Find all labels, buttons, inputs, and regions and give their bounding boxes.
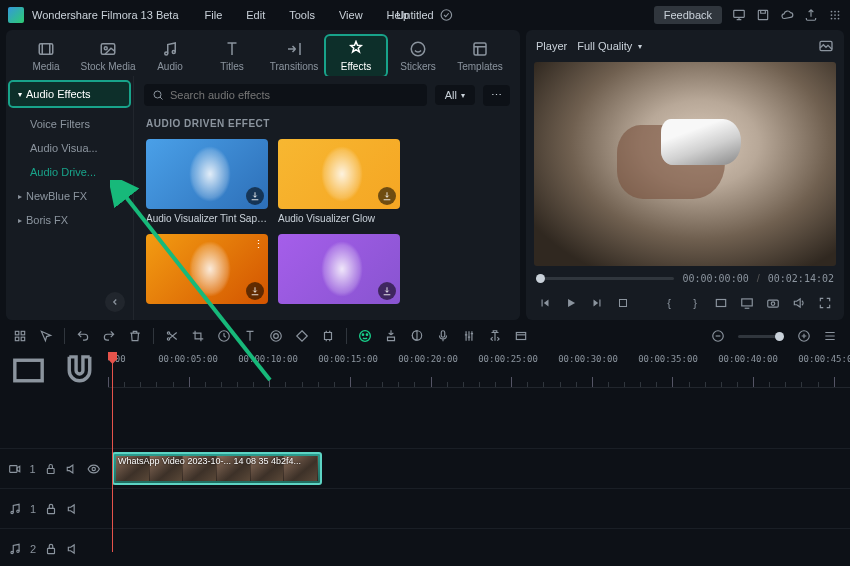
fullscreen-button[interactable] bbox=[816, 294, 834, 312]
mic-icon[interactable] bbox=[433, 326, 453, 346]
sidebar-item-boris-fx[interactable]: ▸Boris FX bbox=[10, 208, 129, 232]
tab-effects[interactable]: Effects bbox=[326, 36, 386, 76]
magnet-icon[interactable] bbox=[59, 350, 100, 391]
svg-point-48 bbox=[17, 510, 19, 512]
mute-icon[interactable] bbox=[66, 502, 80, 516]
sidebar-item-voice-filters[interactable]: Voice Filters bbox=[10, 112, 129, 136]
zoom-slider[interactable] bbox=[738, 335, 784, 338]
select-tool-icon[interactable] bbox=[10, 326, 30, 346]
stop-button[interactable] bbox=[614, 294, 632, 312]
mark-out-button[interactable]: } bbox=[686, 294, 704, 312]
scrub-slider[interactable] bbox=[536, 277, 674, 280]
audio-track-1-header[interactable]: 1 bbox=[0, 488, 108, 528]
menu-view[interactable]: View bbox=[329, 5, 373, 25]
text-tool-icon[interactable] bbox=[240, 326, 260, 346]
zoom-out-button[interactable] bbox=[708, 326, 728, 346]
export-icon[interactable] bbox=[804, 8, 818, 22]
download-icon[interactable] bbox=[378, 282, 396, 300]
card-more-icon[interactable]: ⋮ bbox=[253, 238, 264, 251]
lock-icon[interactable] bbox=[44, 542, 58, 556]
feedback-button[interactable]: Feedback bbox=[654, 6, 722, 24]
mark-in-button[interactable]: { bbox=[660, 294, 678, 312]
menu-file[interactable]: File bbox=[195, 5, 233, 25]
tab-media[interactable]: Media bbox=[16, 36, 76, 76]
lock-icon[interactable] bbox=[44, 502, 58, 516]
menu-tools[interactable]: Tools bbox=[279, 5, 325, 25]
download-icon[interactable] bbox=[246, 282, 264, 300]
effect-card[interactable]: Audio Visualizer Glow bbox=[278, 139, 400, 224]
ai-tool-icon[interactable] bbox=[355, 326, 375, 346]
tab-titles[interactable]: Titles bbox=[202, 36, 262, 76]
display-settings-button[interactable] bbox=[738, 294, 756, 312]
mute-icon[interactable] bbox=[66, 542, 80, 556]
more-options-button[interactable]: ⋯ bbox=[483, 85, 510, 106]
audio-track-1-lane[interactable] bbox=[108, 488, 850, 528]
undo-button[interactable] bbox=[73, 326, 93, 346]
render-icon[interactable] bbox=[511, 326, 531, 346]
apps-grid-icon[interactable] bbox=[828, 8, 842, 22]
audio-track-2-header[interactable]: 2 bbox=[0, 528, 108, 566]
effect-card[interactable]: ⋮ bbox=[146, 234, 268, 308]
preview-viewport[interactable] bbox=[534, 62, 836, 266]
svg-rect-21 bbox=[620, 300, 627, 307]
ruler-mark: 00:00:30:00 bbox=[558, 354, 618, 364]
video-track-lane[interactable]: WhatsApp Video 2023-10-... 14 08 35 4b2f… bbox=[108, 448, 850, 488]
marker-tool-icon[interactable] bbox=[381, 326, 401, 346]
speed-button[interactable] bbox=[214, 326, 234, 346]
lock-icon[interactable] bbox=[44, 462, 57, 476]
sidebar-item-audio-visualizer[interactable]: Audio Visua... bbox=[10, 136, 129, 160]
timeline-thumb-icon[interactable] bbox=[8, 350, 49, 391]
next-frame-button[interactable] bbox=[588, 294, 606, 312]
cloud-sync-icon[interactable] bbox=[440, 8, 454, 22]
svg-rect-29 bbox=[21, 337, 25, 341]
search-box[interactable] bbox=[144, 84, 427, 106]
delete-button[interactable] bbox=[125, 326, 145, 346]
split-button[interactable] bbox=[162, 326, 182, 346]
download-icon[interactable] bbox=[378, 187, 396, 205]
zoom-in-button[interactable] bbox=[794, 326, 814, 346]
prev-frame-button[interactable] bbox=[536, 294, 554, 312]
save-icon[interactable] bbox=[756, 8, 770, 22]
svg-point-15 bbox=[165, 52, 168, 55]
mask-tool-icon[interactable] bbox=[407, 326, 427, 346]
video-track-header[interactable]: 1 bbox=[0, 448, 108, 488]
filter-all-button[interactable]: All▾ bbox=[435, 85, 475, 105]
sidebar-collapse-button[interactable] bbox=[105, 292, 125, 312]
desktop-icon[interactable] bbox=[732, 8, 746, 22]
adjust-layer-button[interactable] bbox=[318, 326, 338, 346]
video-clip[interactable]: WhatsApp Video 2023-10-... 14 08 35 4b2f… bbox=[112, 452, 322, 485]
camera-icon[interactable] bbox=[764, 294, 782, 312]
volume-button[interactable] bbox=[790, 294, 808, 312]
tracks-area[interactable]: 00:00 00:00:05:00 00:00:10:00 00:00:15:0… bbox=[108, 352, 850, 552]
tab-transitions[interactable]: Transitions bbox=[264, 36, 324, 76]
sidebar-audio-effects[interactable]: ▾Audio Effects bbox=[10, 82, 129, 106]
aspect-ratio-button[interactable] bbox=[712, 294, 730, 312]
audio-detach-icon[interactable] bbox=[485, 326, 505, 346]
cursor-tool-icon[interactable] bbox=[36, 326, 56, 346]
sidebar-item-audio-driven[interactable]: Audio Drive... bbox=[10, 160, 129, 184]
tab-stickers[interactable]: Stickers bbox=[388, 36, 448, 76]
snapshot-icon[interactable] bbox=[818, 38, 834, 54]
time-ruler[interactable]: 00:00 00:00:05:00 00:00:10:00 00:00:15:0… bbox=[108, 352, 850, 388]
color-button[interactable] bbox=[266, 326, 286, 346]
tab-stock-media[interactable]: Stock Media bbox=[78, 36, 138, 76]
redo-button[interactable] bbox=[99, 326, 119, 346]
crop-button[interactable] bbox=[188, 326, 208, 346]
playhead[interactable] bbox=[112, 352, 113, 552]
menu-edit[interactable]: Edit bbox=[236, 5, 275, 25]
search-input[interactable] bbox=[170, 89, 419, 101]
keyframe-button[interactable] bbox=[292, 326, 312, 346]
cloud-icon[interactable] bbox=[780, 8, 794, 22]
sidebar-item-newblue-fx[interactable]: ▸NewBlue FX bbox=[10, 184, 129, 208]
play-button[interactable] bbox=[562, 294, 580, 312]
mute-icon[interactable] bbox=[65, 462, 78, 476]
tab-templates[interactable]: Templates bbox=[450, 36, 510, 76]
audio-track-2-lane[interactable] bbox=[108, 528, 850, 552]
quality-selector[interactable]: Full Quality▾ bbox=[577, 40, 642, 52]
effect-card[interactable]: Audio Visualizer Tint Sapphire bbox=[146, 139, 268, 224]
tab-audio[interactable]: Audio bbox=[140, 36, 200, 76]
timeline-view-button[interactable] bbox=[820, 326, 840, 346]
download-icon[interactable] bbox=[246, 187, 264, 205]
audio-mixer-icon[interactable] bbox=[459, 326, 479, 346]
eye-icon[interactable] bbox=[87, 462, 100, 476]
